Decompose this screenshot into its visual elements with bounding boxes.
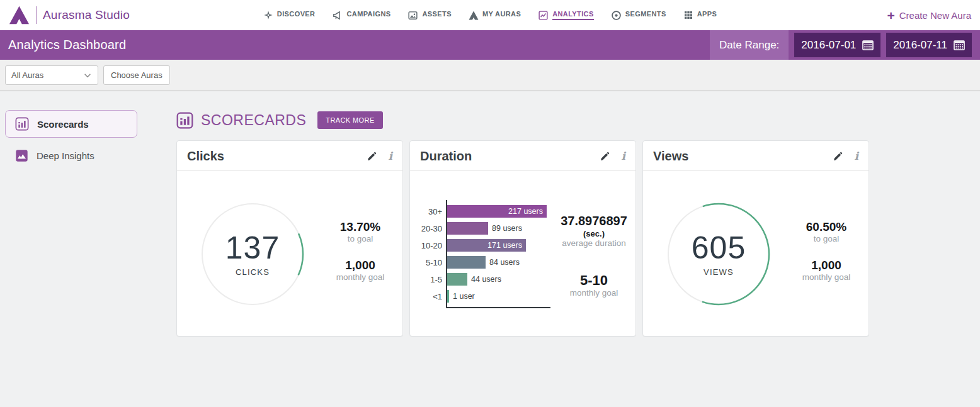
nav-label: APPS [697,10,717,20]
duration-bar-value: 1 user [453,292,475,301]
track-more-button[interactable]: TRACK MORE [317,111,382,129]
my-auras-icon [469,11,479,20]
clicks-unit-label: CLICKS [236,267,270,277]
page-title: Analytics Dashboard [8,38,126,52]
duration-tick-label: 10-20 [411,241,442,250]
clicks-value: 137 [225,232,280,264]
nav-label: ANALYTICS [552,10,594,20]
scorecards-section-icon [176,112,193,129]
apps-grid-icon [683,10,693,20]
campaigns-icon [332,10,343,21]
brand-name: Aurasma Studio [43,8,130,22]
duration-bar: 84 users [447,256,486,269]
info-icon[interactable]: i [855,151,858,162]
aura-filter-select[interactable]: All Auras [5,65,98,85]
sidebar-item-label: Deep Insights [37,150,94,161]
duration-bar-value: 44 users [471,275,501,284]
nav-item-apps[interactable]: APPS [683,10,717,20]
average-duration-label: average duration [551,238,637,248]
clicks-card: Clicks i 137 CLICKS [176,140,403,337]
duration-bar-row: 30+ 217 users [447,205,557,218]
views-card: Views i 605 VIEWS [642,140,869,337]
date-start-input[interactable]: 2016-07-01 [794,33,880,57]
percent-to-goal: 13.70% [321,220,400,234]
duration-bar-row: 1-5 44 users [447,273,557,286]
date-end-input[interactable]: 2016-07-11 [886,33,972,57]
monthly-goal-value: 1,000 [787,259,866,272]
assets-icon [407,10,418,21]
monthly-goal-value: 1,000 [321,259,400,272]
sidebar-item-deep-insights[interactable]: Deep Insights [5,142,137,169]
brand-separator [36,6,37,24]
info-icon[interactable]: i [389,151,392,162]
views-unit-label: VIEWS [704,267,734,277]
choose-auras-button[interactable]: Choose Auras [103,65,170,85]
duration-tick-label: <1 [411,292,442,301]
discover-icon [263,10,273,20]
average-duration-value: 37.8976897 [551,214,637,228]
monthly-goal-label: monthly goal [551,288,637,298]
calendar-icon [862,40,874,51]
top-navigation-bar: Aurasma Studio DISCOVER CAMPAIGNS ASSETS… [0,0,980,30]
scorecards-chart-icon [15,117,29,131]
monthly-goal-label: monthly goal [321,272,400,282]
duration-tick-label: 20-30 [411,224,442,233]
deep-insights-icon [15,149,28,162]
duration-bar: 89 users [447,222,488,235]
scorecards-section-header: SCORECARDS TRACK MORE [176,111,869,130]
aura-select-value: All Auras [11,70,43,80]
sidebar-item-scorecards[interactable]: Scorecards [5,110,137,138]
monthly-goal-value: 5-10 [551,273,637,288]
edit-pencil-icon[interactable] [833,151,843,162]
sidebar-item-label: Scorecards [37,119,89,130]
chart-x-axis [446,307,550,308]
create-new-aura-button[interactable]: + Create New Aura [887,9,972,22]
clicks-gauge: 137 CLICKS [199,201,306,308]
nav-label: CAMPAIGNS [346,10,390,20]
to-goal-label: to goal [787,234,866,243]
duration-bar-row: <1 1 user [447,290,557,303]
edit-pencil-icon[interactable] [600,151,610,162]
nav-label: SEGMENTS [625,10,666,20]
duration-tick-label: 5-10 [411,258,442,267]
average-duration-unit: (sec.) [551,229,637,238]
card-title: Duration [420,149,472,164]
analytics-icon [538,10,549,21]
to-goal-label: to goal [321,234,400,243]
nav-item-my-auras[interactable]: MY AURAS [469,10,521,20]
percent-to-goal: 60.50% [787,220,866,234]
duration-bar-value: 84 users [489,258,520,267]
duration-tick-label: 1-5 [411,275,442,284]
views-goal-stats: 60.50% to goal 1,000 monthly goal [787,220,866,282]
page-header-band: Analytics Dashboard Date Range: 2016-07-… [0,30,980,60]
duration-bar: 44 users [447,273,467,286]
nav-item-analytics[interactable]: ANALYTICS [538,10,594,21]
date-range-controls: Date Range: 2016-07-01 2016-07-11 [710,30,980,60]
brand-logo[interactable]: Aurasma Studio [9,6,130,25]
main-content: SCORECARDS TRACK MORE Clicks i [176,111,869,337]
aurasma-logo-icon [9,6,30,25]
nav-item-assets[interactable]: ASSETS [407,10,451,21]
views-value: 605 [692,232,746,264]
nav-item-campaigns[interactable]: CAMPAIGNS [332,10,390,21]
scorecard-row: Clicks i 137 CLICKS [176,140,869,337]
main-nav-menu: DISCOVER CAMPAIGNS ASSETS MY AURAS ANALY… [0,0,980,30]
duration-bar: 171 users [447,239,526,252]
date-end-value: 2016-07-11 [893,39,947,52]
create-new-aura-label: Create New Aura [899,10,971,21]
date-start-value: 2016-07-01 [801,39,856,52]
info-icon[interactable]: i [622,151,625,162]
duration-bar-chart: 30+ 217 users 20-30 89 users 10-20 171 u… [412,200,557,308]
duration-bar-row: 10-20 171 users [447,239,557,252]
duration-bar-row: 5-10 84 users [447,256,557,269]
duration-tick-label: 30+ [411,207,442,216]
chevron-down-icon [83,71,92,80]
views-gauge: 605 VIEWS [665,201,772,308]
duration-bar-value: 89 users [492,224,522,233]
edit-pencil-icon[interactable] [367,151,377,162]
nav-item-discover[interactable]: DISCOVER [263,10,316,20]
duration-bar-row: 20-30 89 users [447,222,557,235]
date-range-label: Date Range: [710,30,789,60]
duration-bar: 217 users [447,205,547,218]
nav-item-segments[interactable]: SEGMENTS [611,10,666,21]
